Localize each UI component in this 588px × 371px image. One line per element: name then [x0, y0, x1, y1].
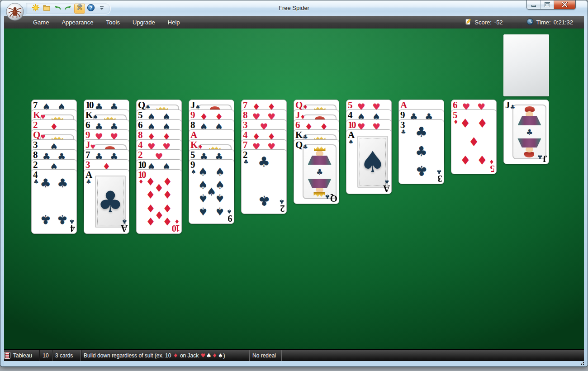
- clubs-pip: ♣: [316, 167, 323, 176]
- menu-item-help[interactable]: Help: [161, 16, 186, 29]
- card-Q-clubs[interactable]: Q ♣Q ♣♣: [294, 139, 339, 204]
- spades-pip: ♠: [215, 166, 225, 177]
- spades-pip: ♠: [360, 147, 385, 176]
- card-9-spades[interactable]: 9 ♠9 ♠♠♠♠♠♠♠♠♠♠: [189, 159, 234, 224]
- maximize-button[interactable]: [541, 0, 554, 9]
- close-icon: [561, 1, 568, 9]
- menu-items: GameAppearanceToolsUpgradeHelp: [27, 16, 186, 29]
- clubs-pip: ♣: [258, 194, 270, 207]
- tools-button[interactable]: [74, 4, 85, 14]
- card-index: 3 ♣: [436, 169, 442, 183]
- time-label: Time:: [536, 19, 551, 26]
- quick-access-toolbar: ?: [26, 3, 111, 14]
- help-button[interactable]: ?: [86, 4, 96, 13]
- menu-item-tools[interactable]: Tools: [100, 16, 126, 29]
- maximize-icon: [545, 1, 550, 9]
- spades-pip: ♠: [198, 192, 208, 203]
- card-index: J ♠: [190, 100, 200, 110]
- diamonds-pip: ♦: [146, 190, 156, 200]
- diamonds-pip: ♦: [163, 176, 173, 187]
- diamonds-pip: ♦: [477, 117, 488, 129]
- card-index: K ♥: [33, 110, 46, 120]
- minimize-button[interactable]: [527, 0, 541, 9]
- cards-grid-icon: [4, 352, 10, 359]
- status-bar: Tableau103 cardsBuild down regardless of…: [0, 349, 588, 361]
- status-empty: [282, 350, 588, 361]
- clubs-pip: ♣: [57, 214, 68, 226]
- hearts-glyph: ♥: [201, 352, 206, 359]
- card-J-clubs[interactable]: J ♣J ♣♣: [503, 100, 549, 164]
- spades-pip: ♠: [198, 166, 208, 177]
- diamonds-pip: ♦: [468, 135, 479, 147]
- spades-pip: ♠: [215, 206, 225, 217]
- menu-item-appearance[interactable]: Appearance: [55, 16, 100, 29]
- face-card-art: ♣: [512, 105, 546, 159]
- folder-icon: [43, 4, 51, 14]
- card-10-diamonds[interactable]: 10 ♦10 ♦♦♦♦♦♦♦♦♦♦♦: [136, 169, 182, 234]
- time-value: 0:21:32: [554, 19, 573, 26]
- card-5-diamonds[interactable]: 5 ♦5 ♦♦♦♦♦♦: [451, 109, 497, 174]
- chevron-down-icon: [99, 5, 104, 13]
- card-index: 9 ♠: [190, 160, 196, 175]
- clubs-pip: ♣: [526, 128, 533, 137]
- clubs-pip: ♣: [97, 187, 123, 216]
- card-index: K ♦: [190, 140, 203, 150]
- clubs-pip: ♣: [258, 156, 270, 169]
- spades-pip: ♠: [198, 206, 208, 217]
- score-pencil-icon: [465, 18, 472, 27]
- card-index: 10 ♦: [138, 170, 145, 185]
- score-label: Score:: [474, 19, 492, 26]
- spades-glyph: ♠: [218, 352, 223, 359]
- card-index: A ♠: [348, 130, 354, 145]
- diamonds-pip: ♦: [146, 202, 156, 213]
- card-4-clubs[interactable]: 4 ♣4 ♣♣♣♣♣: [31, 169, 77, 234]
- tools-icon: [76, 4, 84, 14]
- diamonds-pip: ♦: [163, 202, 173, 213]
- redo-button[interactable]: [63, 4, 73, 13]
- undo-button[interactable]: [52, 4, 62, 13]
- face-card-art: ♣: [303, 144, 337, 199]
- menu-item-upgrade[interactable]: Upgrade: [126, 16, 161, 29]
- title-bar[interactable]: Free Spider ?: [0, 0, 588, 16]
- card-3-clubs[interactable]: 3 ♣3 ♣♣♣♣: [398, 119, 444, 184]
- svg-text:?: ?: [90, 5, 93, 10]
- diamonds-glyph: ♦: [173, 352, 178, 359]
- undo-arrow-icon: [53, 4, 62, 14]
- card-index: J ♣: [537, 154, 547, 163]
- diamonds-pip: ♦: [460, 117, 471, 129]
- spider-logo-button[interactable]: [5, 2, 24, 21]
- menu-bar: GameAppearanceToolsUpgradeHelp Score: -5…: [0, 16, 588, 29]
- card-A-clubs[interactable]: A ♣A ♣♣: [84, 169, 129, 234]
- card-index: K ♣: [295, 130, 308, 140]
- status-deal-size: 3 cards: [52, 350, 81, 361]
- spades-pip: ♠: [215, 192, 225, 203]
- card-index: Q ♥: [33, 130, 46, 140]
- card-index: 4 ♣: [69, 219, 75, 233]
- status-redeal: No redeal: [250, 350, 282, 361]
- status-cell-type: Tableau: [0, 350, 39, 361]
- game-felt: 7 ♠7 ♠♠♠K ♥K ♥2 ♦2 ♦♦Q ♥Q ♥3: [4, 29, 584, 349]
- clubs-pip: ♣: [57, 177, 68, 189]
- redo-arrow-icon: [64, 4, 72, 14]
- card-index: 5 ♦: [489, 159, 495, 173]
- new-game-button[interactable]: [31, 4, 41, 13]
- card-A-spades[interactable]: A ♠A ♠♠: [346, 129, 392, 194]
- sun-icon: [32, 4, 40, 14]
- close-button[interactable]: [554, 0, 575, 9]
- window-frame-left: [0, 16, 4, 366]
- card-index: Q ♣: [295, 140, 308, 150]
- card-index: A ♣: [121, 219, 128, 233]
- toolbar-overflow-button[interactable]: [97, 4, 107, 13]
- menu-item-game[interactable]: Game: [27, 16, 55, 29]
- card-index: 4 ♣: [33, 170, 39, 185]
- minimize-icon: [531, 1, 536, 9]
- help-icon: ?: [87, 4, 95, 14]
- spades-pip: ♠: [215, 180, 225, 190]
- open-button[interactable]: [42, 4, 52, 13]
- card-index: J ♦: [295, 110, 305, 120]
- diamonds-pip: ♦: [460, 154, 471, 166]
- card-2-clubs[interactable]: 2 ♣2 ♣♣♣: [241, 149, 287, 214]
- card-index: K ♠: [85, 110, 98, 120]
- diamonds-pip: ♦: [146, 216, 156, 227]
- card-index: A ♠: [384, 179, 390, 193]
